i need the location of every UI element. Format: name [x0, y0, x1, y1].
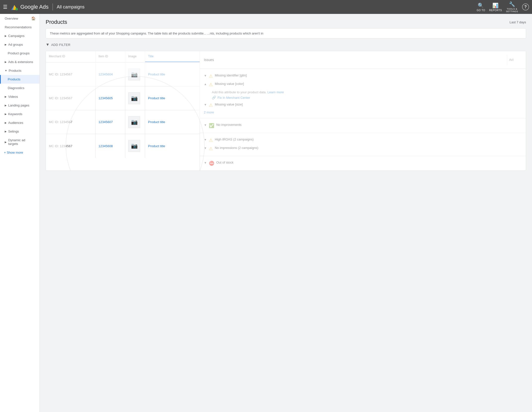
- issues-panel: Issues Act ▼ ⚠ Missing identifier [gtin]…: [200, 51, 526, 171]
- main-content: Products Last 7 days These metrics are a…: [40, 14, 532, 412]
- col-header-item-id: Item ID: [95, 51, 125, 62]
- sidebar-item-settings[interactable]: ▶ Setings: [0, 127, 39, 136]
- table-header: Merchant ID Item ID Image Title: [46, 51, 200, 63]
- sidebar-item-label: Videos: [8, 95, 18, 99]
- hamburger-menu[interactable]: ☰: [3, 4, 7, 10]
- issue-label: Missing identifier [gtin]: [215, 73, 522, 77]
- image-cell: 📷: [125, 134, 145, 158]
- more-issues-link[interactable]: 2 more: [204, 109, 522, 115]
- products-table: Merchant ID Item ID Image Title MC ID: 1…: [46, 51, 200, 171]
- filter-icon: ▼: [46, 42, 50, 47]
- app-name: Google Ads: [20, 4, 49, 10]
- fix-in-merchant-center-link[interactable]: 🔗 Fix in Merchant Center: [212, 96, 522, 100]
- sidebar-item-label: Recommendations: [5, 25, 31, 29]
- sidebar-item-audiences[interactable]: ▶ Audiences: [0, 118, 39, 127]
- product-image-placeholder: 📷: [128, 69, 140, 80]
- sidebar: Overview 🏠 Recommendations ▶ Campaigns ▶…: [0, 14, 40, 412]
- merchant-id-cell: MC ID: 1234567: [46, 110, 95, 134]
- show-more-button[interactable]: + Show more: [0, 148, 39, 157]
- issue-missing-gtin[interactable]: ▼ ⚠ Missing identifier [gtin]: [204, 72, 522, 80]
- issue-out-of-stock[interactable]: ▼ ⛔ Out of stock: [204, 159, 522, 168]
- col-header-title: Title: [145, 51, 200, 62]
- chevron-right-icon: ▶: [5, 141, 7, 143]
- reports-button[interactable]: 📊 REPORTS: [489, 2, 502, 12]
- reports-icon: 📊: [492, 2, 499, 8]
- title-cell[interactable]: Product title: [145, 134, 200, 158]
- add-filter-button[interactable]: ▼ ADD FILTER: [46, 42, 70, 47]
- filter-bar: ▼ ADD FILTER: [46, 42, 526, 47]
- sidebar-item-label: Dynamic ad targets: [8, 138, 35, 146]
- logo-area: Google Ads: [10, 3, 49, 11]
- chevron-down-icon: ▼: [204, 103, 207, 106]
- product-image-placeholder: 📷: [128, 116, 140, 128]
- chevron-right-icon: ▶: [5, 34, 7, 37]
- sidebar-item-landing-pages[interactable]: ▶ Landing pages: [0, 101, 39, 110]
- nav-divider: [53, 3, 53, 10]
- chevron-down-icon: ▼: [5, 69, 7, 72]
- merchant-id-cell: MC ID: 1234567: [46, 134, 95, 158]
- chevron-down-icon: ▼: [204, 74, 207, 77]
- issue-cell-row1: ▼ ⚠ Missing identifier [gtin] ▲ ⚠ Missin…: [200, 69, 526, 118]
- table-row: MC ID: 1234567 12345607 📷 Product title: [46, 110, 200, 134]
- issue-label: High tROAS (2 campaigns): [215, 137, 522, 141]
- product-image-placeholder: 📷: [128, 92, 140, 104]
- item-id-cell[interactable]: 12345608: [95, 134, 125, 158]
- image-cell: 📷: [125, 110, 145, 134]
- title-cell[interactable]: Product title: [145, 63, 200, 86]
- issue-cell-row2: ▼ ✅ No improvements: [200, 118, 526, 133]
- issue-description: Add this attribute to your product data.: [212, 90, 266, 94]
- issue-missing-size[interactable]: ▼ ⚠ Missing value [size]: [204, 101, 522, 109]
- chevron-right-icon: ▶: [5, 130, 7, 133]
- item-id-cell[interactable]: 12345607: [95, 110, 125, 134]
- issue-high-troas[interactable]: ▼ ⚠ High tROAS (2 campaigns): [204, 136, 522, 144]
- tools-icon: 🔧: [509, 1, 515, 7]
- goto-button[interactable]: 🔍 GO TO: [477, 2, 485, 12]
- sidebar-item-product-groups[interactable]: Product groups: [0, 49, 39, 58]
- search-icon: 🔍: [478, 2, 484, 8]
- sidebar-item-keywords[interactable]: ▶ Keywords: [0, 110, 39, 118]
- chevron-right-icon: ▶: [5, 95, 7, 98]
- sidebar-item-ads-extensions[interactable]: ▶ Ads & extensions: [0, 58, 39, 66]
- date-range: Last 7 days: [510, 20, 526, 24]
- item-id-cell[interactable]: 12345604: [95, 63, 125, 86]
- filter-label: ADD FILTER: [51, 43, 70, 47]
- issue-cell-row3: ▼ ⚠ High tROAS (2 campaigns) ▼ ⚠ No impr…: [200, 133, 526, 156]
- sidebar-item-ad-groups[interactable]: ▶ Ad groups: [0, 40, 39, 49]
- content-grid: Merchant ID Item ID Image Title MC ID: 1…: [46, 51, 526, 171]
- help-button[interactable]: ?: [522, 3, 529, 10]
- chevron-right-icon: ▶: [5, 43, 7, 46]
- sidebar-item-products-parent[interactable]: ▼ Products: [0, 66, 39, 75]
- tools-settings-button[interactable]: 🔧 TOOLS & SETTINGS: [506, 1, 518, 13]
- item-id-cell[interactable]: 12345605: [95, 86, 125, 110]
- title-cell[interactable]: Product title: [145, 86, 200, 110]
- sidebar-item-label: Landing pages: [8, 103, 29, 107]
- issue-label: Missing value [color]: [215, 82, 522, 86]
- sidebar-item-label: Campaigns: [8, 34, 25, 38]
- issue-label: No impressions (2 campaigns): [215, 146, 522, 150]
- sidebar-item-products[interactable]: Products: [0, 75, 39, 84]
- sidebar-item-overview[interactable]: Overview 🏠: [0, 14, 39, 23]
- issue-no-improvements[interactable]: ▼ ✅ No improvements: [204, 121, 522, 130]
- campaign-title: All campaigns: [57, 4, 85, 10]
- page-header: Products Last 7 days: [46, 19, 526, 25]
- sidebar-item-recommendations[interactable]: Recommendations: [0, 23, 39, 32]
- product-image-placeholder: 📷: [128, 140, 140, 152]
- learn-more-link[interactable]: Learn more: [267, 90, 284, 94]
- info-banner: These metrics are aggregated from all of…: [46, 28, 526, 38]
- sidebar-item-label: Ad groups: [8, 43, 23, 46]
- sidebar-item-dynamic-ad-targets[interactable]: ▶ Dynamic ad targets: [0, 136, 39, 148]
- sidebar-item-campaigns[interactable]: ▶ Campaigns: [0, 32, 39, 40]
- issue-missing-color[interactable]: ▲ ⚠ Missing value [color]: [204, 80, 522, 89]
- warning-icon: ⚠: [209, 73, 213, 79]
- title-cell[interactable]: Product title: [145, 110, 200, 134]
- col-header-merchant-id: Merchant ID: [46, 51, 95, 62]
- error-circle-icon: ⛔: [209, 161, 214, 166]
- table-row: MC ID: 1234567 12345608 📷 Product title: [46, 134, 200, 158]
- sidebar-item-videos[interactable]: ▶ Videos: [0, 92, 39, 101]
- table-row: MC ID: 1234567 12345604 📷 Product title: [46, 63, 200, 86]
- issue-no-impressions[interactable]: ▼ ⚠ No impressions (2 campaigns): [204, 144, 522, 153]
- page-title: Products: [46, 19, 67, 25]
- chevron-down-icon: ▼: [204, 161, 207, 165]
- merchant-id-cell: MC ID: 1234567: [46, 86, 95, 110]
- sidebar-item-diagnostics[interactable]: Diagnostics: [0, 84, 39, 92]
